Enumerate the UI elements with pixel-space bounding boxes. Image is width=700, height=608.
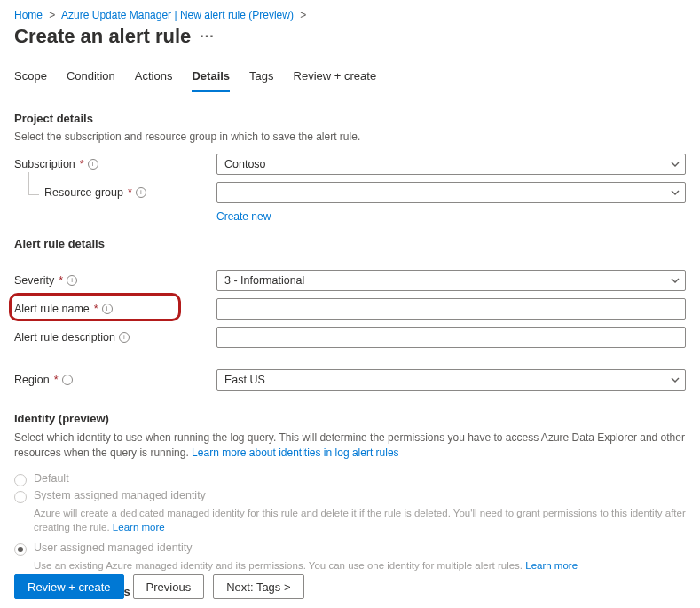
tree-connector-icon [28, 172, 39, 195]
identity-user-radio[interactable] [14, 543, 27, 556]
section-identity-heading: Identity (preview) [14, 412, 686, 425]
more-actions-icon[interactable]: ··· [200, 29, 214, 43]
identity-system-sub: Azure will create a dedicated managed id… [34, 506, 686, 534]
alert-rule-name-input[interactable] [216, 298, 686, 320]
identity-system-radio[interactable] [14, 491, 27, 503]
page-title: Create an alert rule ··· [0, 23, 700, 64]
resource-group-select[interactable] [216, 182, 686, 203]
section-identity-desc: Select which identity to use when runnin… [14, 430, 686, 462]
region-value: East US [224, 374, 265, 386]
tab-actions[interactable]: Actions [135, 64, 173, 92]
info-icon[interactable]: i [67, 275, 77, 286]
section-project-details-desc: Select the subscription and resource gro… [14, 130, 686, 143]
chevron-down-icon [671, 188, 680, 197]
region-label: Region* i [14, 374, 216, 386]
severity-label: Severity* i [14, 274, 216, 287]
subscription-select[interactable]: Contoso [216, 154, 686, 175]
severity-value: 3 - Informational [224, 274, 304, 287]
learn-more-link[interactable]: Learn more [525, 560, 578, 571]
tab-scope[interactable]: Scope [14, 64, 47, 92]
chevron-down-icon [671, 160, 680, 169]
create-new-rg-link[interactable]: Create new [216, 210, 271, 223]
info-icon[interactable]: i [119, 332, 130, 343]
breadcrumb: Home > Azure Update Manager | New alert … [0, 0, 700, 23]
breadcrumb-parent[interactable]: Azure Update Manager | New alert rule (P… [61, 9, 294, 21]
breadcrumb-home[interactable]: Home [14, 9, 43, 21]
previous-button[interactable]: Previous [133, 574, 205, 599]
chevron-down-icon [671, 375, 680, 384]
tab-bar: Scope Condition Actions Details Tags Rev… [0, 64, 700, 92]
info-icon[interactable]: i [136, 187, 146, 198]
tab-details[interactable]: Details [192, 64, 230, 92]
breadcrumb-separator: > [300, 9, 306, 21]
info-icon[interactable]: i [88, 159, 98, 170]
chevron-down-icon [671, 276, 680, 285]
resource-group-label: Resource group* i [14, 186, 216, 199]
identity-user-label: User assigned managed identity [34, 541, 193, 554]
identity-user-sub: Use an existing Azure managed identity a… [34, 558, 686, 572]
next-tags-button[interactable]: Next: Tags > [213, 574, 303, 599]
tab-tags[interactable]: Tags [249, 64, 273, 92]
breadcrumb-separator: > [49, 9, 55, 21]
region-select[interactable]: East US [216, 369, 686, 391]
identity-system-label: System assigned managed identity [34, 489, 206, 501]
severity-select[interactable]: 3 - Informational [216, 270, 686, 291]
learn-more-link[interactable]: Learn more [113, 522, 165, 533]
info-icon[interactable]: i [62, 375, 73, 385]
tab-condition[interactable]: Condition [67, 64, 115, 92]
alert-rule-description-label: Alert rule description i [14, 331, 216, 343]
alert-rule-name-label: Alert rule name* i [14, 303, 216, 315]
identity-default-radio[interactable] [14, 474, 27, 486]
section-project-details-heading: Project details [14, 112, 686, 125]
identity-default-label: Default [34, 472, 69, 485]
alert-rule-description-input[interactable] [216, 327, 686, 348]
subscription-value: Contoso [224, 158, 266, 170]
page-title-text: Create an alert rule [14, 25, 191, 48]
identity-learn-more-link[interactable]: Learn more about identities in log alert… [192, 446, 398, 459]
section-alert-details-heading: Alert rule details [14, 237, 686, 250]
review-create-button[interactable]: Review + create [14, 574, 124, 599]
info-icon[interactable]: i [102, 304, 113, 314]
tab-review[interactable]: Review + create [294, 64, 377, 92]
subscription-label: Subscription* i [14, 158, 216, 170]
footer-action-bar: Review + create Previous Next: Tags > [0, 574, 700, 599]
